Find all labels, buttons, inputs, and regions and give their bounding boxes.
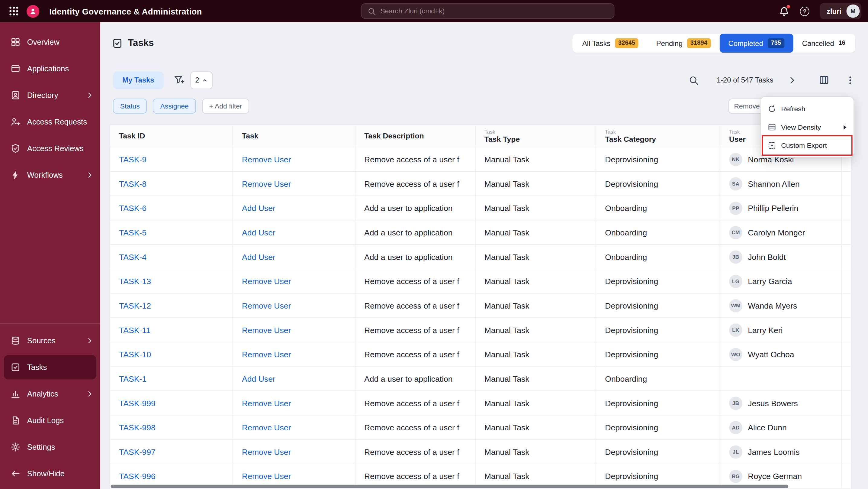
task-action-link[interactable]: Remove User bbox=[242, 277, 291, 286]
user-avatar: JL bbox=[729, 445, 742, 458]
task-action-link[interactable]: Add User bbox=[242, 374, 275, 383]
task-action-link[interactable]: Remove User bbox=[242, 155, 291, 164]
sidebar-item-icon bbox=[10, 336, 21, 346]
kebab-menu-icon[interactable] bbox=[845, 75, 855, 85]
task-id-link[interactable]: TASK-11 bbox=[119, 325, 150, 334]
table-row[interactable]: TASK-4 Add User Add a user to applicatio… bbox=[110, 245, 851, 269]
filter-chip-status[interactable]: Status bbox=[113, 98, 147, 113]
task-user-cell: CM Carolyn Monger bbox=[720, 220, 842, 244]
pagination-next-icon[interactable] bbox=[788, 76, 797, 84]
table-row[interactable]: TASK-997 Remove User Remove access of a … bbox=[110, 440, 851, 464]
task-action-link[interactable]: Remove User bbox=[242, 301, 291, 310]
table-row[interactable]: TASK-9 Remove User Remove access of a us… bbox=[110, 147, 851, 172]
sidebar-item-label: Overview bbox=[27, 38, 60, 47]
sidebar-item-directory[interactable]: Directory bbox=[0, 82, 100, 109]
sidebar-item-show-hide[interactable]: Show/Hide bbox=[0, 460, 100, 487]
tab-cancelled[interactable]: Cancelled 16 bbox=[793, 34, 854, 53]
global-search[interactable] bbox=[361, 3, 614, 19]
task-action-link[interactable]: Remove User bbox=[242, 350, 291, 358]
filter-chip-assignee[interactable]: Assignee bbox=[153, 98, 196, 113]
task-id-link[interactable]: TASK-8 bbox=[119, 179, 147, 188]
account-menu[interactable]: zluri M bbox=[820, 3, 861, 19]
task-action-link[interactable]: Add User bbox=[242, 204, 275, 212]
filter-count-select[interactable]: 2 bbox=[190, 71, 213, 89]
table-row[interactable]: TASK-11 Remove User Remove access of a u… bbox=[110, 318, 851, 342]
tab-label: All Tasks bbox=[582, 39, 611, 47]
table-row[interactable]: TASK-8 Remove User Remove access of a us… bbox=[110, 172, 851, 196]
sidebar-item-applications[interactable]: Applications bbox=[0, 55, 100, 82]
user-avatar: JB bbox=[729, 250, 742, 263]
table-row[interactable]: TASK-5 Add User Add a user to applicatio… bbox=[110, 220, 851, 245]
task-id-link[interactable]: TASK-997 bbox=[119, 447, 156, 456]
task-id-link[interactable]: TASK-13 bbox=[119, 277, 151, 286]
task-id-link[interactable]: TASK-996 bbox=[119, 472, 156, 481]
tab-count-badge: 32645 bbox=[615, 38, 639, 48]
task-id-link[interactable]: TASK-999 bbox=[119, 399, 156, 407]
global-search-input[interactable] bbox=[380, 7, 608, 15]
menu-item-custom-export[interactable]: Custom Export bbox=[763, 136, 851, 154]
task-id-link[interactable]: TASK-998 bbox=[119, 423, 156, 432]
add-filter-button[interactable]: + Add filter bbox=[202, 98, 249, 113]
help-icon[interactable]: ? bbox=[800, 6, 809, 16]
sidebar-item-access-requests[interactable]: Access Requests bbox=[0, 109, 100, 135]
sidebar-item-analytics[interactable]: Analytics bbox=[0, 380, 100, 407]
columns-icon[interactable] bbox=[819, 75, 829, 85]
task-id-link[interactable]: TASK-6 bbox=[119, 204, 147, 212]
user-avatar: PP bbox=[729, 201, 742, 214]
tab-completed[interactable]: Completed 735 bbox=[719, 34, 793, 53]
task-action-link[interactable]: Remove User bbox=[242, 179, 291, 188]
sidebar-item-label: Access Requests bbox=[27, 118, 87, 126]
sidebar-item-label: Sources bbox=[27, 336, 56, 345]
task-action-link[interactable]: Add User bbox=[242, 228, 275, 237]
user-name: Larry Keri bbox=[748, 325, 782, 334]
task-action-link[interactable]: Remove User bbox=[242, 399, 291, 407]
sidebar-item-sources[interactable]: Sources bbox=[0, 327, 100, 354]
task-id-link[interactable]: TASK-9 bbox=[119, 155, 147, 164]
table-row[interactable]: TASK-6 Add User Add a user to applicatio… bbox=[110, 196, 851, 221]
task-id-link[interactable]: TASK-1 bbox=[119, 374, 147, 383]
task-action-link[interactable]: Add User bbox=[242, 252, 275, 261]
table-search-icon[interactable] bbox=[688, 75, 698, 85]
table-row[interactable]: TASK-13 Remove User Remove access of a u… bbox=[110, 269, 851, 294]
sidebar-item-icon bbox=[10, 117, 21, 127]
task-type-cell: Manual Task bbox=[475, 440, 596, 464]
user-name: Alice Dunn bbox=[748, 423, 787, 432]
notifications-bell-icon[interactable] bbox=[779, 6, 789, 16]
task-action-link[interactable]: Remove User bbox=[242, 472, 291, 481]
task-description-cell: Remove access of a user f bbox=[355, 318, 476, 342]
task-category-cell: Onboarding bbox=[596, 220, 720, 244]
menu-item-view-density[interactable]: View Density bbox=[763, 118, 851, 136]
menu-item-refresh[interactable]: Refresh bbox=[763, 100, 851, 118]
column-group-label: Task bbox=[605, 128, 711, 135]
sidebar-item-access-reviews[interactable]: Access Reviews bbox=[0, 135, 100, 162]
toolbar-right: 1-20 of 547 Tasks bbox=[688, 75, 855, 85]
task-action-link[interactable]: Remove User bbox=[242, 447, 291, 456]
task-category-cell: Deprovisioning bbox=[596, 147, 720, 171]
task-action-link[interactable]: Remove User bbox=[242, 423, 291, 432]
empty-cell bbox=[842, 245, 851, 269]
task-type-cell: Manual Task bbox=[475, 318, 596, 342]
scrollbar-thumb[interactable] bbox=[111, 485, 788, 488]
task-category-cell: Onboarding bbox=[596, 245, 720, 269]
tab-pending[interactable]: Pending 31894 bbox=[647, 34, 719, 53]
apps-grid-icon[interactable] bbox=[8, 5, 19, 17]
table-row[interactable]: TASK-10 Remove User Remove access of a u… bbox=[110, 342, 851, 367]
sidebar-item-overview[interactable]: Overview bbox=[0, 29, 100, 55]
table-row[interactable]: TASK-999 Remove User Remove access of a … bbox=[110, 391, 851, 415]
my-tasks-button[interactable]: My Tasks bbox=[113, 71, 164, 89]
task-id-link[interactable]: TASK-5 bbox=[119, 228, 147, 237]
tab-all-tasks[interactable]: All Tasks 32645 bbox=[573, 34, 647, 53]
table-row[interactable]: TASK-12 Remove User Remove access of a u… bbox=[110, 293, 851, 318]
filter-funnel-icon[interactable] bbox=[174, 75, 184, 85]
table-row[interactable]: TASK-998 Remove User Remove access of a … bbox=[110, 415, 851, 440]
task-action-link[interactable]: Remove User bbox=[242, 325, 291, 334]
topbar: Identity Governance & Administration ? z… bbox=[0, 0, 868, 22]
sidebar-item-settings[interactable]: Settings bbox=[0, 434, 100, 460]
table-row[interactable]: TASK-1 Add User Add a user to applicatio… bbox=[110, 367, 851, 391]
sidebar-item-audit-logs[interactable]: Audit Logs bbox=[0, 407, 100, 434]
sidebar-item-tasks[interactable]: Tasks bbox=[4, 355, 96, 380]
task-id-link[interactable]: TASK-10 bbox=[119, 350, 151, 358]
task-id-link[interactable]: TASK-4 bbox=[119, 252, 147, 261]
sidebar-item-workflows[interactable]: Workflows bbox=[0, 162, 100, 188]
task-id-link[interactable]: TASK-12 bbox=[119, 301, 151, 310]
